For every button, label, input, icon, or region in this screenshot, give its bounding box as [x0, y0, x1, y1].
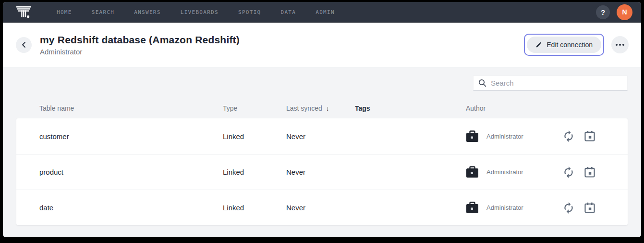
- schedule-sync-button[interactable]: [583, 165, 597, 179]
- nav-item-admin[interactable]: ADMIN: [316, 9, 348, 15]
- page-header: my Redshift database (Amazon Redshift) A…: [3, 23, 641, 67]
- table-row[interactable]: date Linked Never Administrator: [16, 190, 628, 225]
- briefcase-icon: [466, 166, 479, 178]
- top-nav-bar: HOME SEARCH ANSWERS LIVEBOARDS SPOTIQ DA…: [3, 2, 641, 23]
- briefcase-icon: [466, 130, 479, 142]
- nav-item-answers[interactable]: ANSWERS: [134, 9, 173, 15]
- author-cell: Administrator: [466, 166, 561, 178]
- nav-item-home[interactable]: HOME: [57, 9, 85, 15]
- author-name: Administrator: [486, 168, 523, 176]
- pencil-icon: [535, 41, 542, 48]
- sync-now-button[interactable]: [561, 165, 576, 179]
- sort-desc-icon[interactable]: ↓: [326, 104, 329, 112]
- column-header-type[interactable]: Type: [223, 104, 286, 112]
- table-search-box: [473, 76, 628, 90]
- sync-now-button[interactable]: [561, 201, 576, 215]
- table-header-row: Table name Type Last synced ↓ Tags Autho…: [16, 104, 628, 112]
- search-icon: [478, 79, 486, 87]
- table-name-cell[interactable]: date: [39, 204, 223, 212]
- calendar-icon: [583, 202, 596, 214]
- page-subtitle: Administrator: [40, 48, 240, 56]
- column-header-author[interactable]: Author: [466, 104, 561, 112]
- nav-item-data[interactable]: DATA: [281, 9, 309, 15]
- back-button[interactable]: [16, 37, 32, 53]
- main-content: Table name Type Last synced ↓ Tags Autho…: [3, 67, 641, 237]
- schedule-sync-button[interactable]: [583, 201, 597, 215]
- thoughtspot-logo-icon[interactable]: [15, 5, 32, 19]
- column-header-last-synced[interactable]: Last synced ↓: [286, 104, 355, 112]
- type-cell: Linked: [223, 168, 286, 176]
- edit-connection-button[interactable]: Edit connection: [527, 37, 601, 53]
- nav-item-search[interactable]: SEARCH: [92, 9, 128, 15]
- chevron-left-icon: [21, 41, 27, 48]
- table-row[interactable]: customer Linked Never Administrator: [16, 118, 628, 154]
- sync-icon: [562, 130, 575, 142]
- user-avatar[interactable]: N: [617, 4, 632, 20]
- app-window: HOME SEARCH ANSWERS LIVEBOARDS SPOTIQ DA…: [3, 2, 641, 237]
- search-input[interactable]: [491, 79, 622, 87]
- ellipsis-icon: [616, 44, 618, 46]
- sync-icon: [562, 166, 575, 179]
- sync-now-button[interactable]: [561, 129, 576, 143]
- calendar-icon: [583, 166, 596, 179]
- page-title: my Redshift database (Amazon Redshift): [40, 34, 240, 46]
- type-cell: Linked: [223, 204, 286, 212]
- column-header-table-name[interactable]: Table name: [39, 104, 223, 112]
- more-options-button[interactable]: [611, 36, 629, 53]
- last-synced-cell: Never: [286, 132, 355, 141]
- sync-icon: [562, 202, 575, 214]
- edit-connection-focus-ring: Edit connection: [524, 34, 604, 56]
- last-synced-cell: Never: [286, 168, 355, 176]
- table-row[interactable]: product Linked Never Administrator: [16, 154, 628, 190]
- author-cell: Administrator: [466, 130, 561, 142]
- author-name: Administrator: [486, 204, 523, 211]
- tables-list-card: customer Linked Never Administrator: [16, 118, 628, 225]
- briefcase-icon: [466, 202, 479, 214]
- table-name-cell[interactable]: product: [39, 168, 223, 176]
- author-name: Administrator: [486, 133, 523, 140]
- schedule-sync-button[interactable]: [583, 129, 597, 143]
- author-cell: Administrator: [466, 202, 561, 214]
- help-button[interactable]: ?: [596, 5, 610, 19]
- last-synced-cell: Never: [286, 204, 355, 212]
- table-name-cell[interactable]: customer: [39, 132, 223, 141]
- nav-menu: HOME SEARCH ANSWERS LIVEBOARDS SPOTIQ DA…: [57, 9, 354, 15]
- nav-item-spotiq[interactable]: SPOTIQ: [238, 9, 274, 15]
- type-cell: Linked: [223, 132, 286, 141]
- column-header-tags[interactable]: Tags: [355, 104, 466, 112]
- edit-connection-label: Edit connection: [547, 41, 593, 49]
- calendar-icon: [583, 130, 596, 142]
- nav-item-liveboards[interactable]: LIVEBOARDS: [181, 9, 231, 15]
